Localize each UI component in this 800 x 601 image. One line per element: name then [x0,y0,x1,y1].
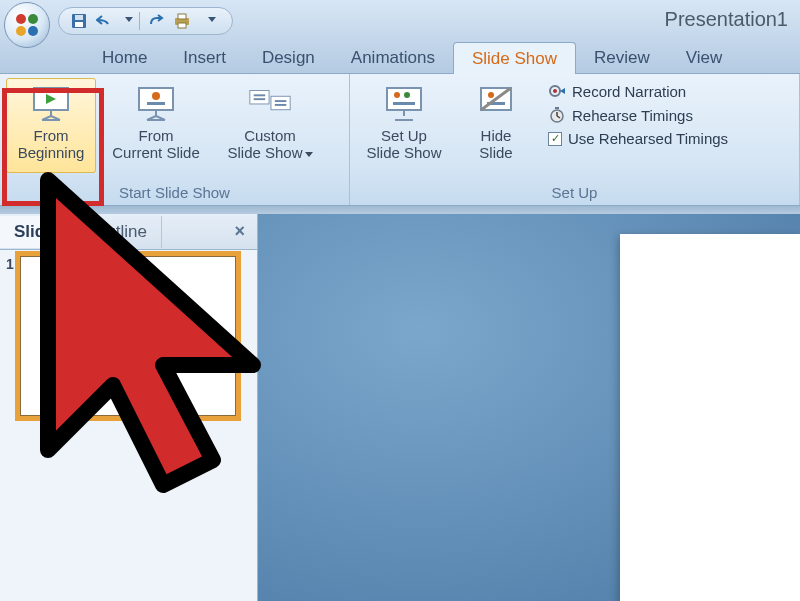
setup-label-1: Set Up [381,127,427,144]
svg-point-30 [394,92,400,98]
quick-print-button[interactable] [172,11,192,31]
undo-dropdown-icon[interactable] [125,17,133,25]
save-icon [71,13,87,29]
qat-customize-icon[interactable] [208,17,216,25]
svg-rect-32 [393,102,415,105]
custom-show-label-1: Custom [244,127,296,144]
office-logo-icon [13,11,41,39]
from-current-icon [132,83,180,123]
dropdown-caret-icon [305,152,313,157]
tab-slide-show[interactable]: Slide Show [453,42,576,74]
svg-rect-5 [75,15,83,20]
group-label-setup: Set Up [356,182,793,203]
svg-marker-41 [560,88,565,94]
svg-rect-26 [271,96,290,109]
quick-access-toolbar [58,7,233,35]
tab-home[interactable]: Home [84,42,165,73]
svg-point-2 [16,26,26,36]
hide-slide-icon [472,83,520,123]
use-rehearsed-timings-label: Use Rehearsed Timings [568,130,728,147]
from-current-slide-button[interactable]: From Current Slide [102,78,210,173]
group-set-up: Set Up Slide Show Hide Slide Record Narr… [350,74,800,205]
save-button[interactable] [69,11,89,31]
svg-rect-25 [254,98,266,100]
svg-point-36 [488,92,494,98]
rehearse-icon [548,106,566,124]
undo-button[interactable] [95,11,115,31]
redo-button[interactable] [146,11,166,31]
from-current-label-2: Current Slide [112,144,200,161]
ribbon-tabs: Home Insert Design Animations Slide Show… [0,42,800,74]
redo-icon [148,14,164,28]
setup-options: Record Narration Rehearse Timings ✓ Use … [540,78,728,147]
svg-rect-9 [178,23,186,28]
svg-rect-28 [275,104,287,106]
svg-point-1 [28,14,38,24]
slide-canvas[interactable] [620,234,800,601]
document-title: Presentation1 [665,8,788,31]
svg-point-0 [16,14,26,24]
rehearse-timings-button[interactable]: Rehearse Timings [548,106,728,124]
setup-label-2: Slide Show [366,144,441,161]
svg-rect-6 [75,22,83,27]
setup-icon [380,83,428,123]
tab-insert[interactable]: Insert [165,42,244,73]
hide-slide-label-1: Hide [481,127,512,144]
slide-number: 1 [6,256,14,416]
svg-rect-23 [250,91,269,104]
tab-animations[interactable]: Animations [333,42,453,73]
record-narration-button[interactable]: Record Narration [548,82,728,100]
hide-slide-label-2: Slide [479,144,512,161]
rehearse-timings-label: Rehearse Timings [572,107,693,124]
custom-show-label-2: Slide Show [227,144,312,161]
set-up-slide-show-button[interactable]: Set Up Slide Show [356,78,452,173]
checkbox-icon: ✓ [548,132,562,146]
record-narration-label: Record Narration [572,83,686,100]
svg-rect-18 [147,102,165,105]
custom-show-icon [246,83,294,123]
title-bar: Presentation1 [0,0,800,42]
use-rehearsed-timings-checkbox[interactable]: ✓ Use Rehearsed Timings [548,130,728,147]
svg-point-40 [553,89,557,93]
svg-point-31 [404,92,410,98]
tab-design[interactable]: Design [244,42,333,73]
svg-rect-24 [254,94,266,96]
svg-rect-29 [387,88,421,110]
tutorial-cursor-icon [18,170,308,510]
svg-rect-27 [275,100,287,102]
tab-view[interactable]: View [668,42,741,73]
svg-point-17 [152,92,160,100]
hide-slide-button[interactable]: Hide Slide [458,78,534,173]
tab-review[interactable]: Review [576,42,668,73]
undo-icon [96,14,114,28]
quick-print-icon [173,13,191,29]
slide-editor[interactable] [258,214,800,601]
qat-separator [139,12,140,30]
svg-rect-8 [178,14,186,19]
custom-slide-show-button[interactable]: Custom Slide Show [216,78,324,173]
office-button[interactable] [4,2,50,48]
svg-point-3 [28,26,38,36]
from-current-label-1: From [139,127,174,144]
svg-rect-45 [555,107,559,109]
record-icon [548,82,566,100]
